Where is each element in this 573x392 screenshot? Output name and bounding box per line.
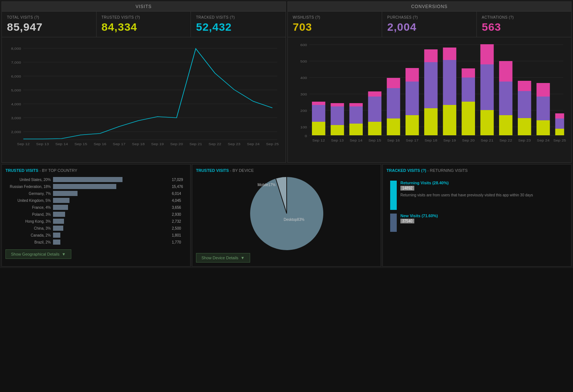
- svg-rect-57: [387, 78, 400, 88]
- total-visits-label: TOTAL VISITS (?): [7, 15, 39, 19]
- geo-bar-value: 2,732: [172, 219, 186, 223]
- geo-bar-label: Poland, 3%: [5, 212, 53, 216]
- tracked-visits-value: 52,432: [196, 21, 232, 33]
- geo-bar-value: 2,500: [172, 226, 186, 230]
- trusted-visits-box: TRUSTED VISITS (?) 84,334: [97, 12, 191, 37]
- svg-text:Sep 16: Sep 16: [94, 142, 106, 146]
- geo-bar-track: [53, 177, 170, 182]
- svg-text:Sep 14: Sep 14: [350, 139, 362, 142]
- pie-container: Desktop83% Mobile17%: [196, 177, 377, 250]
- wishlists-label: WISHLISTS (?): [293, 15, 320, 19]
- geo-bar-row: China, 3%2,500: [5, 226, 186, 231]
- svg-text:200: 200: [300, 109, 307, 113]
- svg-text:Sep 22: Sep 22: [208, 142, 221, 146]
- chevron-down-icon-device: ▼: [241, 256, 245, 260]
- geo-bar-track: [53, 240, 170, 245]
- svg-rect-62: [424, 62, 438, 108]
- svg-rect-70: [480, 110, 494, 135]
- svg-text:Sep 25: Sep 25: [266, 142, 279, 146]
- geo-bar-value: 1,801: [172, 233, 186, 237]
- geo-bar-track: [53, 184, 170, 189]
- geo-bar-row: United Kingdom, 5%4,045: [5, 198, 186, 203]
- svg-text:Sep 17: Sep 17: [113, 142, 125, 146]
- returning-title-normal: - RETURNING VISITS: [427, 168, 468, 173]
- svg-text:Sep 17: Sep 17: [406, 139, 418, 142]
- geo-bar-track: [53, 226, 170, 231]
- geo-bar-value: 3,656: [172, 206, 186, 210]
- bar-chart-svg: 600 500 400 300 200 100 0: [291, 41, 568, 151]
- new-label: New Visits (71.60%): [400, 214, 564, 218]
- show-geo-button[interactable]: Show Geographical Details ▼: [5, 249, 71, 259]
- svg-text:Sep 15: Sep 15: [368, 139, 381, 142]
- purchases-label: PURCHASES (?): [387, 15, 418, 19]
- svg-text:Sep 24: Sep 24: [537, 139, 550, 142]
- svg-text:600: 600: [300, 43, 307, 47]
- svg-text:5,000: 5,000: [11, 88, 21, 92]
- svg-rect-84: [555, 113, 564, 118]
- activations-value: 563: [482, 21, 501, 33]
- svg-rect-53: [368, 97, 381, 122]
- geo-bar-track: [53, 233, 170, 238]
- returning-content: Returning Visits (28.40%) 14892 Returnin…: [387, 177, 568, 235]
- geo-bar-row: Hong Kong, 3%2,732: [5, 219, 186, 224]
- returning-title-accent: TRACKED VISITS (?): [387, 168, 426, 173]
- svg-text:300: 300: [300, 93, 307, 96]
- geo-bar-fill: [53, 219, 64, 224]
- svg-rect-82: [555, 129, 564, 135]
- geo-bar-fill: [53, 184, 116, 189]
- svg-rect-81: [536, 83, 550, 97]
- svg-text:0: 0: [305, 134, 307, 138]
- trusted-visits-value: 84,334: [102, 21, 137, 33]
- geo-bar-fill: [53, 205, 68, 210]
- tracked-visits-label: TRACKED VISITS (?): [196, 15, 235, 19]
- line-chart-svg: 8,000 7,000 6,000 5,000 4,000 3,000 2,00…: [5, 41, 282, 151]
- geo-bar-row: Germany, 7%6,014: [5, 191, 186, 196]
- returning-bar: [390, 181, 397, 210]
- chevron-down-icon: ▼: [62, 252, 66, 256]
- tracked-visits-box: TRACKED VISITS (?) 52,432: [191, 12, 286, 37]
- geo-bar-fill: [53, 177, 122, 182]
- svg-text:6,000: 6,000: [11, 75, 21, 78]
- geo-bar-label: United Kingdom, 5%: [5, 199, 53, 203]
- svg-text:Sep 16: Sep 16: [387, 139, 400, 142]
- svg-text:400: 400: [300, 76, 307, 80]
- svg-rect-72: [480, 44, 494, 64]
- returning-info: Returning Visits (28.40%) 14892 Returnin…: [400, 181, 564, 210]
- svg-rect-51: [349, 103, 363, 106]
- device-title: TRUSTED VISITS - BY DEVICE: [196, 168, 377, 173]
- geo-bar-fill: [53, 198, 69, 203]
- svg-rect-52: [368, 122, 381, 135]
- geo-bar-value: 6,014: [172, 192, 186, 196]
- svg-text:7,000: 7,000: [11, 61, 21, 64]
- bar-chart-area: 600 500 400 300 200 100 0: [288, 37, 572, 162]
- svg-rect-79: [536, 120, 550, 135]
- svg-rect-77: [518, 91, 531, 118]
- svg-text:Sep 15: Sep 15: [75, 142, 87, 146]
- new-bar: [390, 214, 397, 232]
- svg-rect-60: [405, 68, 419, 82]
- show-device-button[interactable]: Show Device Details ▼: [196, 253, 250, 263]
- geo-bar-label: Hong Kong, 3%: [5, 219, 53, 223]
- device-title-accent: TRUSTED VISITS: [196, 168, 229, 173]
- geo-bar-value: 17,029: [172, 178, 186, 182]
- svg-text:Sep 13: Sep 13: [36, 142, 49, 146]
- svg-rect-44: [312, 105, 325, 122]
- svg-text:Sep 23: Sep 23: [228, 142, 241, 146]
- trusted-visits-label: TRUSTED VISITS (?): [102, 15, 140, 19]
- new-info: New Visits (71.60%) 37540: [400, 214, 564, 232]
- bottom-row: TRUSTED VISITS - BY TOP COUNTRY United S…: [1, 164, 572, 267]
- geo-bar-row: Brazil, 2%1,770: [5, 240, 186, 245]
- geo-bar-fill: [53, 226, 63, 231]
- returning-title: TRACKED VISITS (?) - RETURNING VISITS: [387, 168, 568, 173]
- geo-bar-value: 4,045: [172, 199, 186, 203]
- geo-bar-row: Poland, 3%2,930: [5, 212, 186, 217]
- conversions-metrics: WISHLISTS (?) 703 PURCHASES (?) 2,004 AC…: [288, 12, 572, 37]
- svg-text:Sep 14: Sep 14: [55, 142, 68, 146]
- line-chart-area: 8,000 7,000 6,000 5,000 4,000 3,000 2,00…: [2, 37, 286, 162]
- device-title-normal: - BY DEVICE: [230, 168, 254, 173]
- svg-text:Sep 13: Sep 13: [331, 139, 344, 142]
- total-visits-value: 85,947: [7, 21, 43, 33]
- geo-bar-label: Brazil, 2%: [5, 240, 53, 244]
- geo-bar-track: [53, 219, 170, 224]
- svg-rect-47: [331, 106, 344, 125]
